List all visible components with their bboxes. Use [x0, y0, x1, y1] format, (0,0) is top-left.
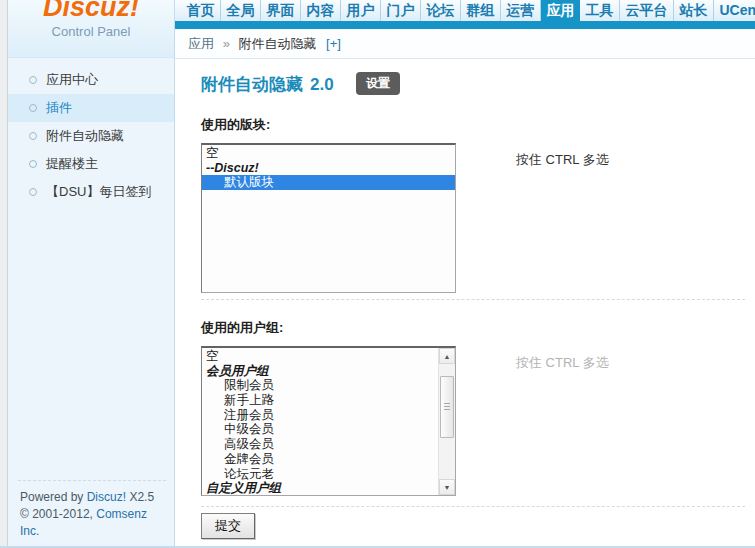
- forum-field-row: 空--Discuz!默认版块 按住 CTRL 多选: [201, 143, 755, 293]
- sidebar-item[interactable]: 【DSU】每日签到: [8, 178, 174, 206]
- sidebar-menu: 应用中心插件附件自动隐藏提醒楼主【DSU】每日签到: [8, 58, 174, 206]
- scroll-up-icon[interactable]: ▲: [439, 348, 455, 364]
- breadcrumb-separator: »: [223, 36, 230, 51]
- ctrl-multiselect-hint: 按住 CTRL 多选: [516, 151, 609, 169]
- forum-select[interactable]: 空--Discuz!默认版块: [201, 143, 456, 293]
- sidebar-footer: Powered by Discuz! X2.5 © 2001-2012, Com…: [18, 480, 166, 544]
- page-title: 附件自动隐藏: [201, 75, 303, 94]
- title-row: 附件自动隐藏2.0 设置: [201, 73, 755, 97]
- sidebar-item-label: 插件: [46, 99, 72, 117]
- select-option[interactable]: 默认版块: [202, 175, 455, 190]
- breadcrumb-current: 附件自动隐藏: [238, 36, 316, 51]
- nav-tab[interactable]: 用户: [341, 0, 381, 21]
- usergroup-field-row: 空会员用户组限制会员新手上路注册会员中级会员高级会员金牌会员论坛元老自定义用户组…: [201, 346, 755, 496]
- discuz-logo[interactable]: Discuz!: [8, 0, 174, 23]
- bullet-icon: [29, 132, 37, 140]
- sidebar-item-label: 应用中心: [46, 71, 98, 89]
- bullet-icon: [29, 104, 37, 112]
- nav-tab[interactable]: 论坛: [421, 0, 461, 21]
- discuz-link[interactable]: Discuz!: [87, 490, 126, 504]
- ctrl-multiselect-hint: 按住 CTRL 多选: [516, 354, 609, 372]
- version-text: X2.5: [126, 490, 154, 504]
- scrollbar[interactable]: ▲ ▼: [438, 348, 455, 495]
- sidebar-item-label: 附件自动隐藏: [46, 127, 124, 145]
- sidebar-item-label: 提醒楼主: [46, 155, 98, 173]
- nav-tab[interactable]: 站长: [674, 0, 714, 21]
- sidebar-item[interactable]: 插件: [8, 94, 174, 122]
- breadcrumb-expand-link[interactable]: [+]: [326, 36, 341, 51]
- select-option[interactable]: 论坛元老: [202, 467, 438, 482]
- select-option[interactable]: --Discuz!: [202, 161, 455, 176]
- submit-button[interactable]: 提交: [201, 513, 255, 539]
- breadcrumb: 应用 » 附件自动隐藏 [+]: [175, 29, 755, 59]
- nav-tab[interactable]: 界面: [261, 0, 301, 21]
- sidebar: Discuz! Control Panel 应用中心插件附件自动隐藏提醒楼主【D…: [8, 0, 175, 548]
- logo-area: Discuz! Control Panel: [8, 0, 174, 58]
- sidebar-item[interactable]: 提醒楼主: [8, 150, 174, 178]
- page-version: 2.0: [310, 75, 334, 94]
- select-option[interactable]: 高级会员: [202, 437, 438, 452]
- select-option[interactable]: 新手上路: [202, 393, 438, 408]
- nav-tab[interactable]: 内容: [301, 0, 341, 21]
- select-option[interactable]: 金牌会员: [202, 452, 438, 467]
- scroll-down-icon[interactable]: ▼: [439, 479, 455, 495]
- nav-accent-stripe: [175, 21, 755, 29]
- select-option[interactable]: 会员用户组: [202, 364, 438, 379]
- select-option[interactable]: 自定义用户组: [202, 481, 438, 496]
- powered-by-line: Powered by Discuz! X2.5: [20, 489, 164, 506]
- browser-edge: [0, 0, 8, 548]
- top-nav: 首页全局界面内容用户门户论坛群组运营应用工具云平台站长UCenter: [175, 0, 755, 21]
- powered-by-text: Powered by: [20, 490, 87, 504]
- sidebar-item[interactable]: 附件自动隐藏: [8, 122, 174, 150]
- nav-tab[interactable]: 运营: [501, 0, 541, 21]
- nav-tab[interactable]: 首页: [181, 0, 221, 21]
- nav-tab[interactable]: 云平台: [620, 0, 674, 21]
- settings-button[interactable]: 设置: [356, 72, 400, 95]
- select-option[interactable]: 注册会员: [202, 408, 438, 423]
- main-content: 附件自动隐藏2.0 设置 使用的版块: 空--Discuz!默认版块 按住 CT…: [176, 59, 755, 548]
- select-option[interactable]: 限制会员: [202, 378, 438, 393]
- breadcrumb-section[interactable]: 应用: [188, 36, 214, 51]
- bullet-icon: [29, 76, 37, 84]
- nav-tab[interactable]: 群组: [461, 0, 501, 21]
- nav-tab[interactable]: 门户: [381, 0, 421, 21]
- row-separator: [201, 506, 745, 507]
- select-option[interactable]: 中级会员: [202, 422, 438, 437]
- sidebar-item-label: 【DSU】每日签到: [46, 183, 151, 201]
- nav-tab[interactable]: 应用: [541, 0, 580, 29]
- usergroup-field-label: 使用的用户组:: [201, 319, 755, 337]
- logo-subtitle: Control Panel: [8, 24, 174, 39]
- usergroup-select[interactable]: 空会员用户组限制会员新手上路注册会员中级会员高级会员金牌会员论坛元老自定义用户组…: [201, 346, 456, 496]
- nav-tab[interactable]: UCenter: [714, 0, 755, 21]
- copyright-text: © 2001-2012,: [20, 507, 96, 521]
- sidebar-item[interactable]: 应用中心: [8, 66, 174, 94]
- nav-tab[interactable]: 工具: [580, 0, 620, 21]
- select-option[interactable]: 空: [202, 349, 438, 364]
- forum-field-label: 使用的版块:: [201, 116, 755, 134]
- row-separator: [201, 299, 745, 300]
- header: 首页全局界面内容用户门户论坛群组运营应用工具云平台站长UCenter 应用 » …: [175, 0, 755, 59]
- nav-tab[interactable]: 全局: [221, 0, 261, 21]
- bullet-icon: [29, 160, 37, 168]
- bullet-icon: [29, 188, 37, 196]
- copyright-line: © 2001-2012, Comsenz Inc.: [20, 506, 164, 540]
- select-option[interactable]: 空: [202, 146, 455, 161]
- scroll-thumb-grip: [444, 403, 450, 411]
- scroll-thumb[interactable]: [440, 376, 454, 438]
